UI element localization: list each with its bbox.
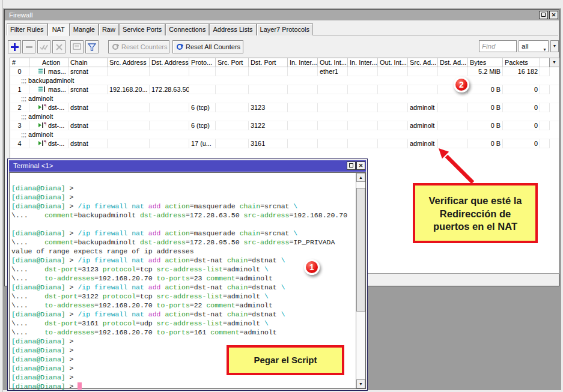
terminal-maximize-icon[interactable]	[347, 161, 356, 170]
terminal-titlebar[interactable]: Terminal <1> ✕	[9, 160, 366, 172]
column-header-chain[interactable]: Chain	[68, 58, 108, 67]
cell-protocol: 17 (u...	[189, 139, 216, 148]
cell-dst_port	[249, 67, 288, 76]
cell-in_iface_list	[348, 103, 378, 112]
column-header-num[interactable]: #	[10, 58, 29, 67]
cell-bytes: 0 B	[468, 139, 503, 148]
close-icon[interactable]: ✕	[549, 11, 558, 19]
cell-num: 0	[10, 67, 29, 76]
comment-button[interactable]	[70, 40, 84, 53]
column-header-packets[interactable]: Packets	[503, 58, 540, 67]
terminal-scrollbar[interactable]: ▲ ▼	[356, 173, 365, 388]
tab-connections[interactable]: Connections	[165, 23, 209, 35]
column-header-spacer[interactable]	[540, 58, 550, 67]
cell-src_addr_list	[408, 85, 438, 94]
cell-src_address: 192.168.20...	[108, 85, 150, 94]
nat-rule-row[interactable]: 2dst-...dstnat6 (tcp)3123adminolt0 B0	[10, 103, 559, 112]
cell-spacer	[540, 121, 550, 130]
comment-row[interactable]: ;;;adminolt	[10, 130, 559, 139]
cell-src_port	[216, 139, 249, 148]
terminal-close-icon[interactable]: ✕	[356, 161, 365, 170]
cell-chain: dstnat	[68, 121, 108, 130]
reset-all-counters-button[interactable]: Reset All Counters	[172, 40, 243, 53]
cell-in_iface_list	[348, 85, 378, 94]
find-input[interactable]: Find	[479, 40, 517, 52]
column-header-out_iface[interactable]: Out. Int...	[318, 58, 348, 67]
filter-button[interactable]	[85, 40, 99, 53]
cell-src_address	[108, 139, 150, 148]
tab-mangle[interactable]: Mangle	[70, 23, 99, 35]
cell-dst_port: 3123	[249, 103, 288, 112]
cell-dst_address	[150, 67, 189, 76]
cell-num: 4	[10, 139, 29, 148]
cell-dst_port: 3122	[249, 121, 288, 130]
scope-dropdown[interactable]: all▼	[519, 40, 549, 52]
column-header-src_address[interactable]: Src. Address	[108, 58, 150, 67]
masquerade-icon	[38, 86, 46, 92]
cell-src_address	[108, 67, 150, 76]
column-header-src_port[interactable]: Src. Port	[216, 58, 249, 67]
maximize-icon[interactable]	[539, 11, 548, 19]
cell-in_iface	[288, 103, 318, 112]
column-select-button[interactable]: ▼	[549, 58, 559, 67]
cell-protocol: 6 (tcp)	[189, 121, 216, 130]
column-header-dst_port[interactable]: Dst. Port	[249, 58, 288, 67]
tab-layer7-protocols[interactable]: Layer7 Protocols	[257, 23, 314, 35]
comment-row[interactable]: ;;;adminolt	[10, 112, 559, 121]
cell-in_iface_list	[348, 67, 378, 76]
column-header-action[interactable]: Action	[29, 58, 68, 67]
nat-rule-row[interactable]: 0mas...srcnatether15.2 MiB16 182	[10, 67, 559, 76]
column-header-protocol[interactable]: Proto...	[189, 58, 216, 67]
tab-raw[interactable]: Raw	[99, 23, 119, 35]
cell-out_iface	[318, 85, 348, 94]
nat-rule-row[interactable]: 1mas...srcnat192.168.20...172.28.63.500 …	[10, 85, 559, 94]
cell-src_port	[216, 85, 249, 94]
annotation-note-script: Pegar el Script	[227, 345, 344, 375]
remove-button[interactable]	[22, 40, 35, 53]
dst-nat-icon	[38, 122, 46, 128]
scroll-up-icon[interactable]: ▲	[356, 173, 365, 182]
enable-button[interactable]	[37, 40, 50, 53]
cell-src_addr_list: adminolt	[408, 139, 438, 148]
annotation-badge-2: 2	[454, 77, 469, 92]
cell-num: 1	[10, 85, 29, 94]
cell-dst_addr_list	[438, 139, 468, 148]
tab-address-lists[interactable]: Address Lists	[209, 23, 256, 35]
outer-frame-line	[2, 0, 2, 392]
firewall-toolbar: Reset Counters Reset All Counters Find a…	[8, 40, 556, 53]
comment-row[interactable]: ;;;adminolt	[10, 94, 559, 103]
cell-bytes: 0 B	[468, 85, 503, 94]
terminal-cursor	[78, 382, 82, 390]
scrollbar-thumb[interactable]	[356, 188, 365, 312]
cell-protocol	[189, 67, 216, 76]
cell-num: 2	[10, 103, 29, 112]
cell-in_iface	[288, 139, 318, 148]
column-header-src_addr_list[interactable]: Src. Ad...	[408, 58, 438, 67]
column-header-dst_address[interactable]: Dst. Address	[150, 58, 189, 67]
firewall-titlebar[interactable]: Firewall ✕	[5, 10, 559, 20]
sort-dropdown-button[interactable]: ▼	[550, 40, 559, 52]
cell-out_iface	[318, 139, 348, 148]
cell-src_addr_list: adminolt	[408, 121, 438, 130]
column-header-in_iface[interactable]: In. Inter...	[288, 58, 318, 67]
column-header-bytes[interactable]: Bytes	[468, 58, 503, 67]
tab-service-ports[interactable]: Service Ports	[119, 23, 165, 35]
scroll-down-icon[interactable]: ▼	[356, 379, 365, 388]
tab-filter-rules[interactable]: Filter Rules	[7, 23, 47, 35]
column-header-out_iface_list[interactable]: Out. Int...	[378, 58, 408, 67]
annotation-badge-1: 1	[304, 259, 320, 275]
annotation-note-nat: Verificar que esté la Redirección de pue…	[413, 183, 538, 243]
disable-button[interactable]	[52, 40, 65, 53]
cell-dst_addr_list	[438, 121, 468, 130]
reset-counters-button[interactable]: Reset Counters	[108, 40, 169, 53]
dst-nat-icon	[38, 104, 46, 110]
nat-rule-row[interactable]: 4dst-...dstnat17 (u...3161adminolt0 B0	[10, 139, 559, 148]
comment-row[interactable]: ;;;backupadminolt	[10, 76, 559, 85]
cell-dst_address: 172.28.63.50	[150, 85, 189, 94]
tab-nat[interactable]: NAT	[47, 23, 70, 36]
column-header-in_iface_list[interactable]: In. Inter...	[348, 58, 378, 67]
nat-rule-row[interactable]: 3dst-...dstnat6 (tcp)3122adminolt0 B0	[10, 121, 559, 130]
column-header-dst_addr_list[interactable]: Dst. Ad...	[438, 58, 468, 67]
add-button[interactable]	[8, 40, 21, 53]
cell-out_iface_list	[378, 121, 408, 130]
